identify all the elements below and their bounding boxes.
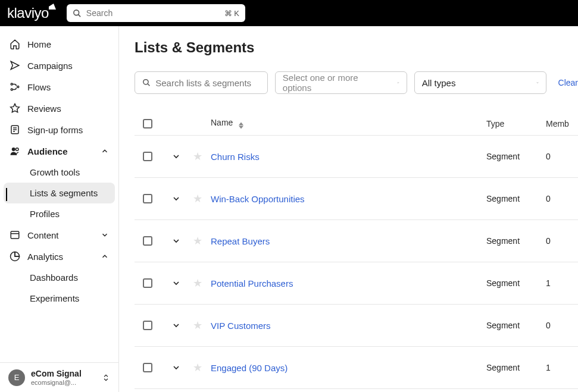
search-icon (73, 9, 82, 18)
segment-name-link[interactable]: Churn Risks (211, 152, 260, 162)
row-checkbox[interactable] (143, 236, 152, 246)
column-header-members: Memb (546, 119, 570, 128)
row-expand[interactable] (171, 363, 193, 372)
row-checkbox[interactable] (143, 321, 152, 330)
svg-point-5 (17, 86, 19, 88)
dropdown-placeholder: Select one or more options (283, 73, 385, 93)
account-email: ecomsignal@... (31, 379, 82, 386)
global-search-input[interactable] (86, 8, 220, 18)
star-icon (10, 103, 20, 114)
row-type: Segment (486, 152, 546, 161)
svg-point-1 (74, 10, 79, 15)
sidebar-item-growth-tools[interactable]: Growth tools (4, 162, 115, 183)
account-switcher[interactable]: E eCom Signal ecomsignal@... (0, 362, 118, 392)
sidebar-item-home[interactable]: Home (0, 33, 118, 55)
table-row: ★Win-Back OpportunitiesSegment0 (135, 178, 578, 220)
topbar: klaviyo ⌘ K (0, 0, 578, 26)
segment-name-link[interactable]: Win-Back Opportunities (211, 194, 305, 204)
segment-name-link[interactable]: Engaged (90 Days) (211, 363, 288, 373)
sort-icon (239, 122, 243, 129)
table-header: Name Type Memb (135, 112, 578, 136)
row-members: 0 (546, 152, 570, 161)
row-members: 0 (546, 236, 570, 246)
sidebar-item-reviews[interactable]: Reviews (0, 98, 118, 119)
nav-label: Flows (27, 82, 51, 92)
sidebar-item-campaigns[interactable]: Campaigns (0, 55, 118, 76)
search-lists-input[interactable] (155, 78, 260, 88)
audience-icon (10, 146, 20, 156)
sidebar-item-lists-segments[interactable]: Lists & segments (4, 183, 115, 203)
nav-label: Campaigns (27, 61, 73, 71)
nav-label: Home (27, 39, 51, 49)
column-header-type: Type (486, 119, 546, 128)
chevron-up-icon (101, 147, 109, 155)
sidebar-item-experiments[interactable]: Experiments (4, 288, 115, 309)
column-header-name[interactable]: Name (210, 118, 486, 129)
row-members: 1 (546, 278, 570, 288)
chevron-down-icon (171, 363, 181, 372)
type-filter-dropdown[interactable]: All types (414, 71, 546, 94)
sidebar-item-signup-forms[interactable]: Sign-up forms (0, 119, 118, 140)
favorite-star-icon[interactable]: ★ (193, 150, 202, 162)
tags-filter-dropdown[interactable]: Select one or more options (275, 71, 407, 94)
svg-point-12 (16, 148, 19, 151)
sidebar-item-dashboards[interactable]: Dashboards (4, 267, 115, 288)
svg-point-11 (12, 148, 15, 151)
segment-name-link[interactable]: VIP Customers (211, 321, 271, 331)
sidebar: Home Campaigns Flows Reviews Sign-up for… (0, 26, 119, 392)
sidebar-item-analytics[interactable]: Analytics (0, 246, 118, 267)
row-type: Segment (486, 321, 546, 330)
chevron-up-icon (101, 252, 109, 261)
svg-rect-13 (11, 231, 19, 239)
chevron-down-icon (390, 78, 399, 87)
column-label: Name (211, 118, 233, 127)
segment-name-link[interactable]: Potential Purchasers (211, 278, 293, 288)
svg-point-4 (11, 89, 13, 90)
row-checkbox[interactable] (143, 152, 152, 161)
svg-line-16 (148, 84, 150, 86)
table-row: ★Engaged (90 Days)Segment1 (135, 347, 578, 389)
form-icon (10, 124, 20, 135)
chevron-down-icon (171, 194, 181, 203)
chevron-down-icon (171, 236, 181, 246)
row-type: Segment (486, 363, 546, 372)
row-checkbox[interactable] (143, 194, 152, 203)
favorite-star-icon[interactable]: ★ (193, 193, 202, 205)
row-expand[interactable] (171, 321, 193, 330)
favorite-star-icon[interactable]: ★ (193, 277, 202, 289)
sidebar-item-audience[interactable]: Audience (0, 140, 118, 162)
search-icon (142, 78, 151, 87)
svg-marker-6 (11, 104, 20, 112)
sidebar-item-profiles[interactable]: Profiles (4, 203, 115, 224)
row-checkbox[interactable] (143, 278, 152, 288)
row-expand[interactable] (171, 152, 193, 161)
favorite-star-icon[interactable]: ★ (193, 235, 202, 247)
row-checkbox[interactable] (143, 363, 152, 372)
clear-filters-link[interactable]: Clear (558, 78, 578, 87)
dropdown-value: All types (422, 78, 456, 88)
segment-name-link[interactable]: Repeat Buyers (211, 236, 270, 246)
chevron-down-icon (529, 78, 539, 87)
row-expand[interactable] (171, 194, 193, 203)
row-expand[interactable] (171, 236, 193, 246)
search-lists-field[interactable] (135, 71, 268, 94)
favorite-star-icon[interactable]: ★ (193, 319, 202, 331)
global-search[interactable]: ⌘ K (67, 4, 245, 22)
table-row: ★Repeat BuyersSegment0 (135, 220, 578, 262)
sidebar-item-content[interactable]: Content (0, 224, 118, 246)
nav-label: Sign-up forms (27, 125, 83, 135)
nav-label: Reviews (27, 104, 61, 114)
row-type: Segment (486, 194, 546, 203)
select-all-checkbox[interactable] (143, 119, 152, 128)
row-type: Segment (486, 236, 546, 246)
svg-marker-17 (239, 123, 243, 126)
favorite-star-icon[interactable]: ★ (193, 362, 202, 374)
content-icon (10, 230, 20, 240)
row-expand[interactable] (171, 278, 193, 288)
send-icon (10, 60, 20, 71)
logo[interactable]: klaviyo (7, 5, 49, 21)
row-members: 0 (546, 194, 570, 203)
avatar: E (8, 369, 25, 386)
chevron-down-icon (171, 278, 181, 288)
sidebar-item-flows[interactable]: Flows (0, 76, 118, 98)
